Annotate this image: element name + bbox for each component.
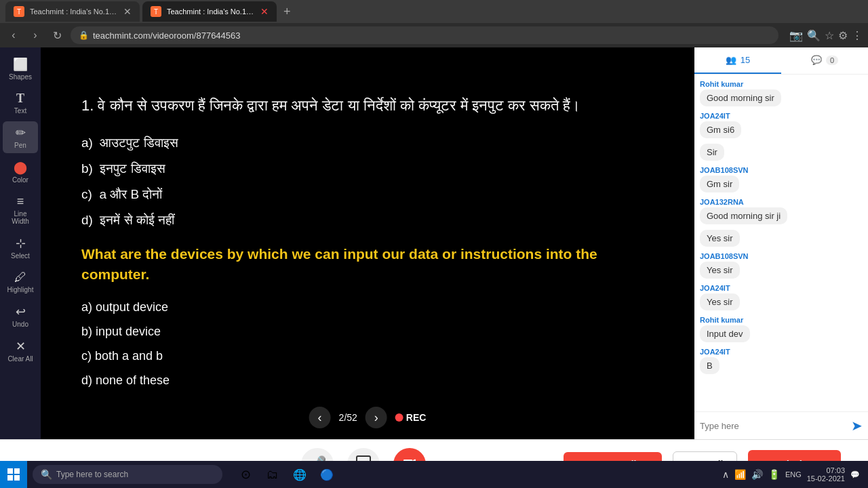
tab-2[interactable]: T Teachmint : India's No.1 Onl... ✕ bbox=[142, 1, 277, 22]
tool-shapes[interactable]: ⬜ Shapes bbox=[3, 53, 38, 85]
msg-bubble: Input dev bbox=[700, 325, 750, 342]
next-slide-button[interactable]: › bbox=[366, 407, 387, 428]
option-hindi-c: c) a और B दोनों bbox=[81, 182, 654, 207]
rec-label: REC bbox=[406, 412, 427, 423]
tool-line-width[interactable]: ≡ Line Width bbox=[3, 190, 38, 229]
taskbar: 🔍 Type here to search ⊙ 🗂 🌐 🔵 ∧ 📶 🔊 🔋 EN… bbox=[0, 461, 868, 488]
msg-bubble: Yes sir bbox=[700, 230, 740, 247]
option-hindi-a: a) आउटपुट डिवाइस bbox=[81, 130, 654, 156]
slide-counter: 2/52 bbox=[339, 412, 357, 423]
rec-dot bbox=[395, 413, 403, 422]
slide-nav: ‹ 2/52 › REC bbox=[309, 407, 427, 428]
tool-color[interactable]: ⬤ Color bbox=[3, 156, 38, 188]
taskbar-task-view[interactable]: 🗂 bbox=[260, 462, 285, 487]
taskbar-time: 07:03 15-02-2021 bbox=[807, 466, 845, 483]
chat-messages: Rohit kumar Good morning sir JOA24IT Gm … bbox=[694, 75, 868, 411]
system-icons: ∧ 📶 🔊 🔋 bbox=[722, 469, 780, 480]
option-hindi-b: b) इनपुट डिवाइस bbox=[81, 156, 654, 182]
taskbar-chrome[interactable]: 🔵 bbox=[315, 462, 339, 487]
tab-close-1[interactable]: ✕ bbox=[123, 6, 132, 17]
chat-message: JOA24IT Gm si6 bbox=[700, 112, 863, 138]
tool-undo[interactable]: ↩ Undo bbox=[3, 300, 38, 332]
chat-tabs: 👥 15 💬 0 bbox=[694, 47, 868, 75]
clear-all-label: Clear All bbox=[7, 355, 33, 363]
text-label: Text bbox=[14, 107, 26, 115]
main-layout: ⬜ Shapes T Text ✏ Pen ⬤ Color ≡ Line Wid… bbox=[0, 47, 868, 439]
tool-clear-all[interactable]: ✕ Clear All bbox=[3, 335, 38, 367]
chat-input[interactable] bbox=[700, 421, 847, 431]
prev-slide-button[interactable]: ‹ bbox=[309, 407, 331, 428]
chat-message: Yes sir bbox=[700, 230, 863, 247]
option-english-a: a) output device bbox=[81, 295, 654, 319]
chat-message: JOA24IT Yes sir bbox=[700, 284, 863, 310]
tab-bar: T Teachmint : India's No.1 Online T... ✕… bbox=[0, 0, 868, 23]
chat-message: JOA24IT B bbox=[700, 348, 863, 374]
select-icon: ⊹ bbox=[16, 236, 26, 251]
msg-bubble: Gm sir bbox=[700, 176, 739, 192]
camera-btn[interactable]: 📷 bbox=[789, 29, 803, 42]
browser-actions: 📷 🔍 ☆ ⚙ ⋮ bbox=[789, 29, 863, 42]
tool-select[interactable]: ⊹ Select bbox=[3, 232, 38, 264]
undo-label: Undo bbox=[12, 321, 28, 328]
zoom-btn[interactable]: 🔍 bbox=[807, 29, 821, 42]
tab-label-2: Teachmint : India's No.1 Onl... bbox=[167, 7, 255, 16]
msg-sender: JOA24IT bbox=[700, 284, 863, 292]
option-english-b: b) input device bbox=[81, 319, 654, 344]
color-label: Color bbox=[12, 176, 28, 184]
menu-btn[interactable]: ⋮ bbox=[852, 29, 863, 42]
forward-button[interactable]: › bbox=[27, 27, 43, 43]
secure-icon: 🔒 bbox=[79, 30, 89, 40]
pen-icon: ✏ bbox=[16, 125, 26, 140]
tab-favicon-1: T bbox=[14, 6, 24, 17]
tool-text[interactable]: T Text bbox=[3, 87, 38, 119]
color-icon: ⬤ bbox=[14, 160, 27, 175]
address-bar: ‹ › ↻ 🔒 teachmint.com/videoroom/87764456… bbox=[0, 23, 868, 47]
chat-panel: 👥 15 💬 0 Rohit kumar Good morning sir JO… bbox=[694, 47, 868, 439]
pen-label: Pen bbox=[14, 142, 26, 149]
refresh-button[interactable]: ↻ bbox=[49, 27, 65, 43]
svg-rect-2 bbox=[14, 468, 20, 474]
lang-indicator: ENG bbox=[785, 470, 802, 479]
msg-bubble: Good morning sir ji bbox=[700, 207, 787, 224]
msg-bubble: Gm si6 bbox=[700, 121, 741, 138]
bookmark-btn[interactable]: ☆ bbox=[825, 29, 834, 42]
tab-1[interactable]: T Teachmint : India's No.1 Online T... ✕ bbox=[5, 1, 140, 22]
tool-pen[interactable]: ✏ Pen bbox=[3, 121, 38, 153]
url-box[interactable]: 🔒 teachmint.com/videoroom/877644563 bbox=[71, 26, 778, 44]
select-label: Select bbox=[11, 252, 30, 260]
taskbar-cortana[interactable]: ⊙ bbox=[233, 462, 258, 487]
svg-rect-4 bbox=[14, 475, 20, 481]
notification-icon[interactable]: 💬 bbox=[850, 470, 860, 479]
msg-sender: JOA24IT bbox=[700, 112, 863, 120]
msg-sender: Rohit kumar bbox=[700, 316, 863, 324]
chat-input-area: ➤ bbox=[694, 411, 868, 439]
up-arrow-icon[interactable]: ∧ bbox=[722, 469, 729, 480]
messages-tab[interactable]: 💬 0 bbox=[781, 47, 868, 74]
taskbar-search-text: Type here to search bbox=[56, 470, 128, 479]
rec-indicator: REC bbox=[395, 412, 427, 423]
back-button[interactable]: ‹ bbox=[5, 27, 22, 43]
chat-message: JOA132RNA Good morning sir ji bbox=[700, 198, 863, 224]
taskbar-right: ∧ 📶 🔊 🔋 ENG 07:03 15-02-2021 💬 bbox=[722, 466, 868, 483]
volume-icon: 🔊 bbox=[751, 469, 763, 480]
tab-close-2[interactable]: ✕ bbox=[260, 6, 269, 17]
new-tab-button[interactable]: + bbox=[279, 5, 295, 19]
send-button[interactable]: ➤ bbox=[851, 418, 863, 434]
start-button[interactable] bbox=[0, 461, 27, 488]
tool-highlight[interactable]: 🖊 Highlight bbox=[3, 266, 38, 298]
participants-tab[interactable]: 👥 15 bbox=[694, 47, 781, 74]
shapes-icon: ⬜ bbox=[13, 57, 28, 72]
clear-all-icon: ✕ bbox=[16, 339, 26, 354]
msg-bubble: Good morning sir bbox=[700, 89, 781, 106]
highlight-icon: 🖊 bbox=[14, 270, 26, 285]
tab-label-1: Teachmint : India's No.1 Online T... bbox=[30, 7, 118, 16]
browser-chrome: T Teachmint : India's No.1 Online T... ✕… bbox=[0, 0, 868, 47]
taskbar-edge[interactable]: 🌐 bbox=[288, 462, 312, 487]
taskbar-search[interactable]: 🔍 Type here to search bbox=[33, 465, 222, 484]
options-english: a) output device b) input device c) both… bbox=[81, 295, 654, 392]
msg-sender: JOAB108SVN bbox=[700, 252, 863, 260]
chat-message: Sir bbox=[700, 144, 863, 161]
msg-sender: JOA24IT bbox=[700, 348, 863, 356]
question-english: What are the devices by which we can inp… bbox=[81, 244, 654, 284]
extensions-btn[interactable]: ⚙ bbox=[838, 29, 848, 42]
